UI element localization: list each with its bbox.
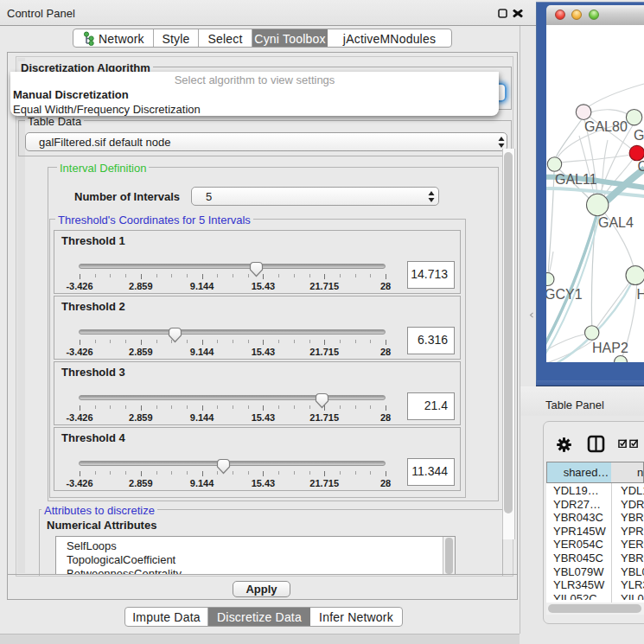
svg-text:C: C (638, 159, 644, 174)
svg-text:GAL11: GAL11 (555, 172, 597, 187)
svg-text:GA: GA (634, 128, 644, 143)
svg-text:GAL4: GAL4 (598, 215, 634, 230)
svg-text:GAL80: GAL80 (584, 119, 628, 134)
svg-text:HAP2: HAP2 (592, 341, 628, 355)
svg-text:GCY1: GCY1 (546, 287, 583, 302)
svg-text:H: H (637, 287, 644, 302)
